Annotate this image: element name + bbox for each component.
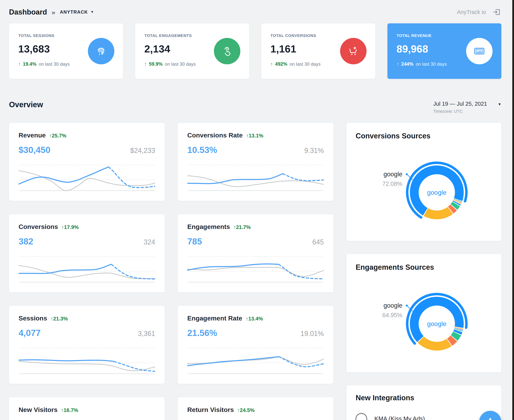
money-bill-icon: 100 bbox=[472, 44, 486, 58]
stat-delta-caption: on last 30 days bbox=[39, 61, 69, 67]
stat-delta-caption: on last 30 days bbox=[165, 61, 196, 67]
metric-delta: ↑13.1% bbox=[246, 133, 263, 139]
donut-chart-conversions-sources: googlegoogle72.08% bbox=[356, 141, 492, 233]
trend-up-icon: ↑ bbox=[144, 61, 147, 67]
overview-header: Overview Jul 19 — Jul 25, 2021 Timezone:… bbox=[9, 100, 501, 114]
metric-current-value: 785 bbox=[187, 236, 202, 247]
sparkline-chart bbox=[19, 162, 155, 193]
metric-title: Sessions bbox=[19, 315, 47, 322]
timezone-label: Timezone: UTC bbox=[433, 109, 487, 114]
metric-title: Return Visitors bbox=[187, 406, 234, 413]
stat-icon-circle bbox=[214, 38, 240, 64]
stats-row: TOTAL SESSIONS 13,683 ↑ 19.4% on last 30… bbox=[9, 23, 501, 79]
trend-up-icon: ↑ bbox=[237, 407, 240, 413]
sources-card-conversions: Conversions Sources googlegoogle72.08% bbox=[347, 123, 501, 241]
stat-card-total-engagements: TOTAL ENGAGEMENTS 2,134 ↑ 59.9% on last … bbox=[135, 23, 249, 79]
metric-previous-value: 19.01% bbox=[301, 330, 324, 338]
chat-icon bbox=[489, 418, 491, 420]
metric-title: Conversions bbox=[19, 223, 58, 231]
metric-card-engagement-rate: Engagement Rate ↑13.4% 21.56% 19.01% bbox=[178, 306, 333, 384]
metric-previous-value: 9.31% bbox=[304, 147, 324, 155]
caret-down-icon: ▼ bbox=[498, 102, 501, 106]
sparkline-chart bbox=[187, 162, 324, 193]
sparkline-chart bbox=[19, 253, 155, 285]
metric-delta: ↑17.9% bbox=[61, 224, 79, 230]
donut-chart-engagements-sources: googlegoogle64.95% bbox=[356, 273, 492, 365]
stat-icon-circle: 100 bbox=[466, 38, 492, 64]
metric-card-conversions: Conversions ↑17.9% 382 324 bbox=[9, 214, 165, 292]
top-bar: Dashboard » ANYTRACK ▼ AnyTrack io bbox=[9, 0, 501, 18]
trend-up-icon: ↑ bbox=[61, 407, 64, 413]
cart-plus-icon bbox=[347, 45, 359, 57]
metric-title: Engagement Rate bbox=[187, 315, 242, 322]
stat-card-total-revenue: TOTAL REVENUE 89,968 ↑ 244% on last 30 d… bbox=[387, 23, 502, 79]
metric-card-return-visitors: Return Visitors ↑24.5% 2,478 1,991 bbox=[178, 397, 333, 420]
metric-current-value: 2,478 bbox=[187, 419, 209, 420]
account-menu[interactable]: ANYTRACK ▼ bbox=[60, 9, 94, 15]
sources-title: Conversions Sources bbox=[356, 132, 492, 140]
metric-previous-value: 324 bbox=[144, 238, 155, 246]
stat-card-total-sessions: TOTAL SESSIONS 13,683 ↑ 19.4% on last 30… bbox=[9, 23, 123, 79]
metric-card-sessions: Sessions ↑21.3% 4,077 3,361 bbox=[9, 306, 165, 384]
trend-up-icon: ↑ bbox=[18, 61, 21, 67]
integrations-title: New Integrations bbox=[356, 394, 492, 402]
trend-up-icon: ↑ bbox=[246, 133, 249, 139]
stat-delta-caption: on last 30 days bbox=[290, 61, 320, 67]
tap-icon bbox=[221, 45, 233, 57]
integrations-card: New Integrations KMA (Kiss My Ads) bbox=[347, 385, 501, 420]
column-middle: Conversions Rate ↑13.1% 10.53% 9.31% Eng… bbox=[178, 123, 333, 420]
metric-delta: ↑24.5% bbox=[237, 407, 255, 413]
account-menu-label: ANYTRACK bbox=[60, 9, 88, 15]
trend-up-icon: ↑ bbox=[51, 316, 53, 322]
metric-title: Conversions Rate bbox=[187, 132, 243, 139]
breadcrumb: Dashboard » ANYTRACK ▼ bbox=[9, 8, 94, 16]
stat-icon-circle bbox=[88, 38, 114, 64]
metric-delta: ↑16.7% bbox=[61, 407, 78, 413]
metric-current-value: 10.53% bbox=[187, 145, 217, 155]
metric-title: New Visitors bbox=[19, 406, 57, 413]
svg-text:72.08%: 72.08% bbox=[382, 180, 402, 187]
date-range-text: Jul 19 — Jul 25, 2021 Timezone: UTC bbox=[433, 101, 487, 114]
trend-up-icon: ↑ bbox=[61, 224, 64, 230]
sparkline-chart bbox=[19, 345, 155, 376]
stat-icon-circle bbox=[340, 38, 367, 64]
metric-current-value: 21.56% bbox=[187, 328, 217, 338]
stat-label: TOTAL REVENUE bbox=[397, 33, 492, 38]
sources-title: Engagements Sources bbox=[356, 263, 492, 271]
logout-icon[interactable] bbox=[492, 8, 501, 16]
metric-current-value: $30,450 bbox=[19, 145, 50, 155]
sources-card-engagements: Engagements Sources googlegoogle64.95% bbox=[347, 254, 501, 372]
stat-label: TOTAL CONVERSIONS bbox=[270, 33, 366, 38]
svg-text:google: google bbox=[427, 320, 446, 327]
stat-delta: 244% bbox=[401, 61, 414, 67]
stat-delta: 19.4% bbox=[23, 61, 37, 67]
trend-up-icon: ↑ bbox=[270, 61, 273, 67]
stat-label: TOTAL ENGAGEMENTS bbox=[144, 33, 240, 38]
integration-avatar bbox=[356, 413, 367, 420]
trend-up-icon: ↑ bbox=[49, 133, 52, 139]
metric-previous-value: 645 bbox=[312, 238, 324, 246]
metric-delta: ↑21.3% bbox=[51, 316, 68, 322]
metric-delta: ↑21.7% bbox=[234, 224, 251, 230]
column-right: Conversions Sources googlegoogle72.08% E… bbox=[347, 123, 501, 420]
overview-grid: Revenue ↑25.7% $30,450 $24,233 Conversio… bbox=[9, 123, 501, 420]
metric-current-value: 1,599 bbox=[19, 419, 41, 420]
svg-text:64.95%: 64.95% bbox=[382, 312, 402, 319]
trend-up-icon: ↑ bbox=[397, 61, 399, 67]
svg-text:google: google bbox=[427, 189, 446, 196]
trend-up-icon: ↑ bbox=[234, 224, 236, 230]
column-left: Revenue ↑25.7% $30,450 $24,233 Conversio… bbox=[9, 123, 165, 420]
date-range-label: Jul 19 — Jul 25, 2021 bbox=[433, 101, 487, 107]
metric-delta: ↑25.7% bbox=[49, 133, 67, 139]
date-range-picker[interactable]: Jul 19 — Jul 25, 2021 Timezone: UTC ▼ bbox=[433, 101, 501, 114]
svg-text:google: google bbox=[384, 171, 402, 178]
sparkline-chart bbox=[187, 345, 324, 376]
caret-down-icon: ▼ bbox=[91, 10, 94, 14]
metric-title: Engagements bbox=[187, 223, 230, 231]
stat-delta: 492% bbox=[275, 61, 287, 67]
integration-list-item[interactable]: KMA (Kiss My Ads) bbox=[356, 413, 492, 420]
overview-title: Overview bbox=[9, 100, 43, 109]
fingerprint-icon bbox=[95, 45, 107, 57]
svg-text:100: 100 bbox=[477, 50, 482, 53]
stat-delta-caption: on last 30 days bbox=[416, 61, 446, 67]
